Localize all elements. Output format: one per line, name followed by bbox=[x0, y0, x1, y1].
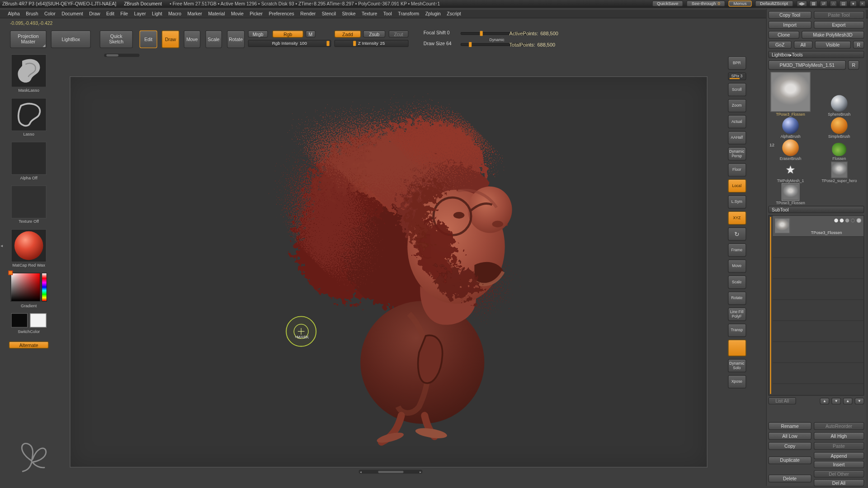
menu-item[interactable]: Texture bbox=[362, 11, 377, 16]
menu-item[interactable]: Macro bbox=[168, 11, 181, 16]
delete-button[interactable]: Delete bbox=[769, 474, 811, 482]
scale-button[interactable]: Scale bbox=[205, 30, 222, 48]
clone-button[interactable]: Clone bbox=[769, 31, 799, 39]
import-button[interactable]: Import bbox=[769, 21, 811, 29]
eye-icon[interactable] bbox=[840, 219, 844, 223]
subtool-down-button[interactable]: ▼ bbox=[831, 398, 841, 404]
scroll-left-icon[interactable]: ◂ bbox=[360, 470, 362, 473]
quicksave-button[interactable]: QuickSave bbox=[652, 0, 683, 6]
right-shelf-button[interactable]: XYZ bbox=[728, 211, 746, 225]
right-shelf-button[interactable]: Scale bbox=[728, 276, 746, 289]
right-shelf-button[interactable]: Line Fill PolyF bbox=[728, 308, 746, 321]
goz-all-button[interactable]: All bbox=[794, 41, 812, 49]
list-view-icon[interactable]: ▤ bbox=[839, 0, 847, 6]
rgb-intensity-slider[interactable]: Rgb Intensity 100 bbox=[248, 40, 331, 47]
tool-thumbnail[interactable]: SphereBrush bbox=[815, 72, 863, 116]
current-tool-r-button[interactable]: R bbox=[848, 60, 859, 70]
document-canvas[interactable]: +MASK bbox=[70, 76, 708, 468]
scrollbar-handle[interactable] bbox=[106, 54, 118, 56]
menu-item[interactable]: Alpha bbox=[8, 11, 20, 16]
scroll-right-icon[interactable]: ▸ bbox=[420, 470, 421, 473]
tool-thumbnail-icon[interactable] bbox=[831, 117, 848, 134]
subtool-empty-slot[interactable] bbox=[773, 321, 863, 342]
color-gradient-picker[interactable] bbox=[10, 273, 47, 302]
subtool-thumbnail[interactable] bbox=[774, 218, 790, 233]
eye-icon[interactable] bbox=[834, 219, 838, 223]
canvas-scrollbar[interactable]: ◂ ▸ bbox=[359, 470, 422, 474]
mask-lasso-brush[interactable]: MaskLasso bbox=[11, 54, 46, 93]
tool-thumbnail-icon[interactable] bbox=[831, 162, 848, 178]
tool-thumbnail-icon[interactable] bbox=[782, 140, 799, 156]
mask-lasso-icon[interactable] bbox=[11, 54, 46, 87]
menu-item[interactable]: Material bbox=[208, 11, 225, 16]
hue-strip[interactable] bbox=[42, 273, 47, 302]
menu-item[interactable]: Zscript bbox=[447, 11, 461, 16]
menus-button[interactable]: Menus bbox=[728, 0, 751, 6]
main-color-swatch[interactable] bbox=[11, 313, 28, 328]
copy-tool-button[interactable]: Copy Tool bbox=[769, 11, 811, 19]
subtool-empty-slot[interactable] bbox=[773, 342, 863, 363]
rotate-button[interactable]: Rotate bbox=[227, 30, 245, 48]
current-tool-button[interactable]: PM3D_TMPolyMesh_1.51 bbox=[769, 60, 846, 70]
lasso-icon[interactable] bbox=[11, 98, 46, 131]
menu-item[interactable]: Transform bbox=[398, 11, 419, 16]
eye-icon[interactable] bbox=[851, 219, 855, 223]
dynamic-mode-label[interactable]: Dynamic bbox=[489, 38, 504, 42]
subtool-move-bottom-button[interactable]: ▼ bbox=[855, 398, 864, 404]
tool-thumbnail[interactable]: Flossen bbox=[815, 140, 863, 161]
slider-knob[interactable] bbox=[469, 42, 472, 47]
tool-thumbnail-icon[interactable] bbox=[782, 117, 799, 134]
see-through-button[interactable]: See-through 0 bbox=[687, 0, 725, 6]
paste-tool-button[interactable]: Paste Tool bbox=[813, 11, 864, 19]
left-panel-toggle-icon[interactable]: ◀▶ bbox=[796, 0, 807, 6]
subtool-empty-slot[interactable] bbox=[773, 237, 863, 258]
all-high-button[interactable]: All High bbox=[813, 432, 864, 440]
goz-visible-button[interactable]: Visible bbox=[815, 41, 851, 49]
lasso-stroke[interactable]: Lasso bbox=[11, 98, 46, 137]
right-shelf-button[interactable]: Xpose bbox=[728, 375, 746, 388]
tool-thumbnail[interactable]: TPose3_Flossen bbox=[769, 72, 813, 116]
tool-thumbnail-icon[interactable] bbox=[782, 184, 799, 201]
subtool-active-row[interactable]: TPose3_Flossen bbox=[773, 216, 863, 237]
left-tray-collapse-arrow[interactable]: ◂ bbox=[0, 244, 3, 249]
slider-knob[interactable] bbox=[326, 41, 329, 46]
tool-thumbnail-icon[interactable] bbox=[770, 72, 810, 112]
alpha-off-icon[interactable] bbox=[11, 141, 46, 174]
tool-thumbnail[interactable]: TPose3_Flossen bbox=[769, 184, 813, 205]
move-button[interactable]: Move bbox=[184, 30, 201, 48]
alpha-slot[interactable]: Alpha Off bbox=[11, 141, 46, 180]
list-all-button[interactable]: List All bbox=[769, 397, 796, 404]
tool-thumbnail[interactable]: ★ TMPolyMesh_1 bbox=[769, 162, 813, 183]
color-picker[interactable]: Gradient bbox=[10, 273, 47, 308]
subtool-empty-slot[interactable] bbox=[773, 363, 863, 384]
eye-icon[interactable] bbox=[856, 218, 861, 223]
right-shelf-button[interactable] bbox=[728, 340, 746, 357]
saturation-square[interactable] bbox=[10, 273, 40, 302]
lightbox-tools-header[interactable]: Lightbox▸Tools bbox=[769, 51, 864, 58]
all-low-button[interactable]: All Low bbox=[769, 432, 811, 440]
lightbox-button[interactable]: LightBox bbox=[51, 30, 91, 48]
autoreorder-button[interactable]: AutoReorder bbox=[813, 422, 864, 430]
zsub-button[interactable]: Zsub bbox=[363, 30, 385, 38]
right-shelf-button[interactable]: Dynamic Solo bbox=[728, 359, 746, 372]
mrgb-button[interactable]: Mrgb bbox=[248, 30, 268, 38]
tool-thumbnail-icon[interactable] bbox=[832, 143, 846, 156]
right-shelf-button[interactable]: Floor bbox=[728, 163, 746, 176]
right-shelf-button[interactable]: Local bbox=[728, 179, 746, 192]
menu-item[interactable]: Brush bbox=[26, 11, 38, 16]
grid-layout-icon[interactable]: ▦ bbox=[809, 0, 817, 6]
right-shelf-button[interactable]: Zoom bbox=[728, 99, 746, 112]
paste-subtool-button[interactable]: Paste bbox=[813, 442, 864, 450]
scrollbar-handle[interactable] bbox=[378, 470, 403, 473]
del-all-button[interactable]: Del All bbox=[813, 479, 864, 486]
right-shelf-button[interactable]: Rotate bbox=[728, 291, 746, 305]
zadd-button[interactable]: Zadd bbox=[335, 30, 361, 38]
right-shelf-button[interactable]: SPix 3 bbox=[728, 72, 746, 80]
switch-color-label[interactable]: SwitchColor bbox=[18, 329, 40, 334]
right-shelf-button[interactable]: Transp bbox=[728, 324, 746, 337]
m-button[interactable]: M bbox=[306, 30, 316, 38]
menu-item[interactable]: File bbox=[120, 11, 128, 16]
quick-sketch-button[interactable]: Quick Sketch bbox=[99, 30, 132, 48]
menu-item[interactable]: Preferences bbox=[269, 11, 294, 16]
right-shelf-button[interactable]: ↻ bbox=[728, 227, 746, 240]
